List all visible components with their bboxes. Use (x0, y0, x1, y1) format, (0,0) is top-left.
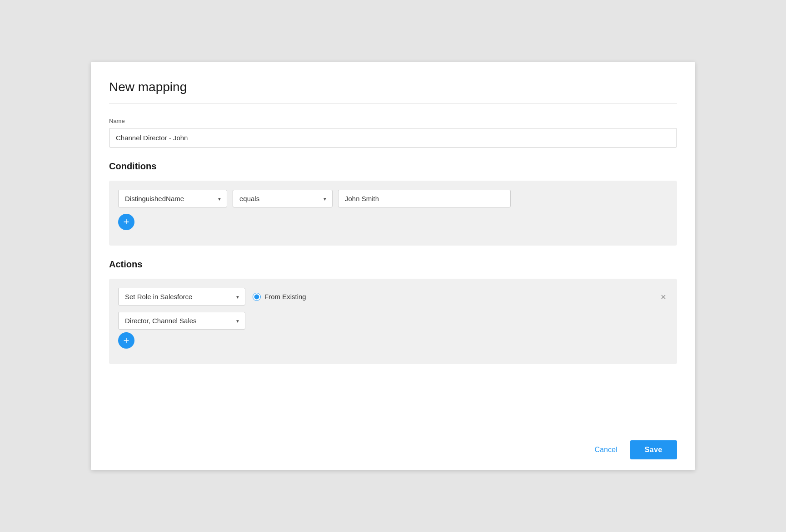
condition-value-input[interactable] (338, 190, 511, 207)
cancel-button[interactable]: Cancel (587, 441, 625, 458)
actions-second-row: Director, Channel Sales VP Sales Account… (118, 312, 668, 330)
actions-box: Set Role in Salesforce Set Profile in Sa… (109, 279, 677, 364)
title-divider (109, 103, 677, 104)
name-label: Name (109, 118, 677, 124)
new-mapping-modal: New mapping Name Conditions Distinguishe… (91, 62, 695, 470)
action-select[interactable]: Set Role in Salesforce Set Profile in Sa… (118, 288, 245, 305)
role-select-wrapper: Director, Channel Sales VP Sales Account… (118, 312, 245, 330)
operator-select-wrapper: equals not equals contains starts with (233, 190, 333, 207)
action-close-button[interactable]: × (659, 291, 668, 303)
action-select-wrapper: Set Role in Salesforce Set Profile in Sa… (118, 288, 245, 305)
add-condition-button[interactable]: + (118, 214, 134, 230)
actions-add-row: + (118, 332, 668, 349)
from-existing-label: From Existing (264, 293, 306, 300)
conditions-section: Conditions DistinguishedName Email First… (109, 161, 677, 246)
actions-first-row: Set Role in Salesforce Set Profile in Sa… (118, 288, 668, 305)
name-section: Name (109, 118, 677, 161)
save-button[interactable]: Save (630, 440, 677, 459)
field-select[interactable]: DistinguishedName Email FirstName LastNa… (118, 190, 227, 207)
from-existing-option: From Existing (253, 293, 652, 301)
modal-title: New mapping (109, 80, 677, 94)
add-action-button[interactable]: + (118, 332, 134, 349)
conditions-box: DistinguishedName Email FirstName LastNa… (109, 181, 677, 246)
field-select-wrapper: DistinguishedName Email FirstName LastNa… (118, 190, 227, 207)
name-input[interactable] (109, 128, 677, 148)
operator-select[interactable]: equals not equals contains starts with (233, 190, 333, 207)
modal-footer: Cancel Save (587, 440, 677, 459)
from-existing-radio[interactable] (253, 293, 261, 301)
conditions-add-row: + (118, 214, 668, 230)
actions-section: Actions Set Role in Salesforce Set Profi… (109, 259, 677, 364)
conditions-title: Conditions (109, 161, 677, 172)
conditions-row: DistinguishedName Email FirstName LastNa… (118, 190, 668, 207)
actions-title: Actions (109, 259, 677, 270)
role-select[interactable]: Director, Channel Sales VP Sales Account… (118, 312, 245, 330)
